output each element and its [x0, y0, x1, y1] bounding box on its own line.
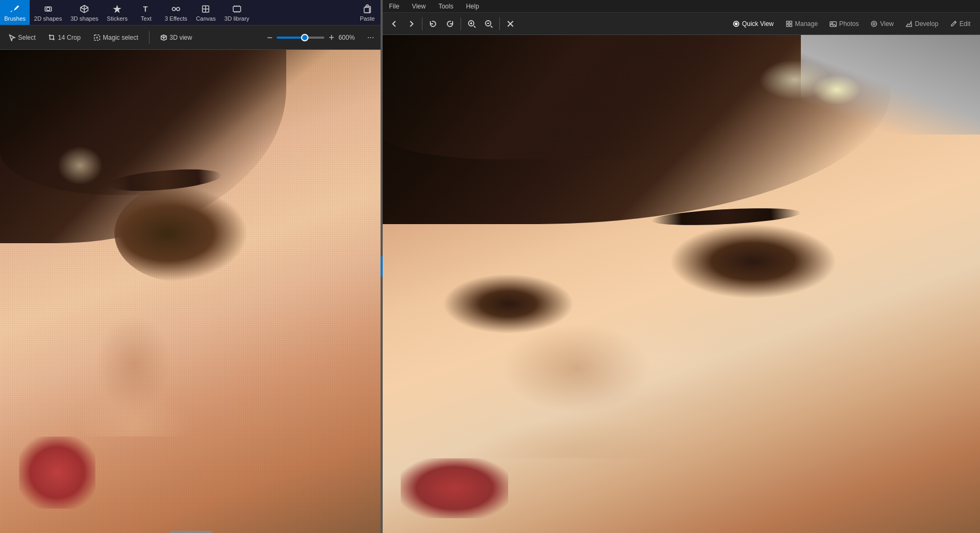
brushes-label: Brushes — [4, 15, 25, 22]
effects-icon — [171, 4, 181, 14]
3d-library-label: 3D library — [224, 15, 249, 22]
zoom-out-button[interactable] — [481, 17, 496, 30]
select-label: Select — [18, 34, 36, 41]
svg-text:T: T — [143, 5, 148, 13]
svg-point-23 — [873, 23, 875, 25]
paste-button[interactable]: Paste — [353, 0, 382, 25]
crop-icon — [48, 34, 56, 41]
effects-label: 3 Effects — [165, 15, 188, 22]
panel-divider[interactable] — [381, 0, 383, 533]
2d-shapes-icon — [43, 4, 54, 14]
canvas-area — [0, 50, 382, 533]
canvas-button[interactable]: Canvas — [191, 0, 220, 25]
menu-file[interactable]: File — [387, 2, 401, 11]
zoom-percent-label: 600% — [339, 34, 360, 41]
back-icon — [390, 20, 399, 28]
main-toolbar: Brushes 2D shapes 3D shapes — [0, 0, 382, 25]
manage-tab[interactable]: Manage — [780, 18, 823, 30]
menu-help[interactable]: Help — [464, 2, 481, 11]
3d-library-button[interactable]: 3D library — [220, 0, 253, 25]
canvas-label: Canvas — [196, 15, 216, 22]
crop-button[interactable]: 14 Crop — [44, 32, 85, 43]
quick-view-label: Quick View — [742, 20, 774, 28]
3d-view-label: 3D view — [170, 34, 192, 41]
svg-point-3 — [172, 7, 175, 11]
menu-view[interactable]: View — [410, 2, 428, 11]
more-options-button[interactable]: ··· — [364, 32, 377, 43]
develop-icon — [905, 20, 913, 28]
svg-point-22 — [871, 21, 877, 26]
forward-button[interactable] — [404, 17, 419, 30]
canvas-icon — [200, 4, 211, 14]
edit-label: Edit — [959, 20, 970, 28]
edit-tab[interactable]: Edit — [944, 18, 976, 30]
3d-view-button[interactable]: 3D view — [156, 32, 197, 43]
text-icon: T — [141, 4, 152, 14]
rotate-left-icon — [429, 20, 437, 28]
magic-select-button[interactable]: Magic select — [89, 32, 143, 43]
nav-separator-3 — [499, 17, 500, 30]
smile-region — [76, 388, 191, 436]
light-glow — [759, 60, 831, 100]
view-label: View — [880, 20, 894, 28]
light-spot — [57, 146, 103, 185]
zoom-out-icon — [484, 20, 493, 28]
view-tab[interactable]: View — [865, 18, 899, 30]
effects-button[interactable]: 3 Effects — [161, 0, 192, 25]
select-button[interactable]: Select — [4, 32, 40, 43]
svg-point-15 — [735, 23, 737, 25]
zoom-plus-button[interactable]: + — [326, 33, 337, 42]
2d-shapes-button[interactable]: 2D shapes — [30, 0, 66, 25]
acdsee-panel: File View Tools Help — [383, 0, 980, 533]
develop-label: Develop — [915, 20, 938, 28]
secondary-toolbar: Select 14 Crop Magic select 3D view — [0, 25, 382, 50]
zoom-control: − + 600% — [265, 33, 360, 42]
rotate-right-button[interactable] — [443, 17, 457, 30]
rotate-left-button[interactable] — [426, 17, 440, 30]
paste-icon — [362, 4, 373, 14]
close-button[interactable] — [503, 17, 518, 30]
brushes-icon — [10, 4, 20, 14]
zoom-in-button[interactable] — [464, 17, 479, 30]
3d-view-icon — [160, 34, 167, 41]
zoom-slider[interactable] — [277, 37, 324, 39]
stickers-label: Stickers — [107, 15, 128, 22]
right-ear — [401, 458, 508, 518]
svg-rect-17 — [790, 21, 792, 23]
rotate-right-icon — [446, 20, 454, 28]
close-icon — [506, 20, 515, 28]
paint3d-panel: Brushes 2D shapes 3D shapes — [0, 0, 382, 533]
manage-label: Manage — [795, 20, 818, 28]
back-button[interactable] — [387, 17, 402, 30]
2d-shapes-label: 2D shapes — [34, 15, 62, 22]
canvas-image-right — [383, 35, 980, 533]
svg-rect-19 — [790, 24, 792, 26]
canvas-image-left — [0, 50, 382, 533]
zoom-minus-button[interactable]: − — [265, 33, 275, 42]
photos-tab[interactable]: Photos — [824, 18, 864, 30]
right-smile — [472, 419, 681, 458]
develop-tab[interactable]: Develop — [900, 18, 943, 30]
nav-bar: Quick View Manage Photos — [383, 13, 980, 35]
3d-shapes-button[interactable]: 3D shapes — [66, 0, 103, 25]
3d-shapes-icon — [79, 4, 90, 14]
text-button[interactable]: T Text — [132, 0, 161, 25]
photos-icon — [829, 20, 837, 28]
ear-region — [19, 437, 95, 509]
svg-rect-10 — [364, 7, 369, 13]
forward-icon — [407, 20, 416, 28]
paste-label: Paste — [360, 15, 375, 22]
3d-library-icon — [232, 4, 242, 14]
horizontal-scrollbar[interactable] — [170, 531, 212, 533]
svg-rect-18 — [787, 24, 789, 26]
divider-handle — [381, 256, 383, 277]
edit-icon — [950, 20, 957, 28]
menu-tools[interactable]: Tools — [436, 2, 455, 11]
stickers-button[interactable]: Stickers — [103, 0, 132, 25]
brushes-button[interactable]: Brushes — [0, 0, 30, 25]
menu-bar: File View Tools Help — [383, 0, 980, 13]
nav-separator-1 — [422, 17, 422, 30]
text-label: Text — [141, 15, 152, 22]
quick-view-tab[interactable]: Quick View — [727, 18, 779, 30]
right-canvas — [383, 35, 980, 533]
